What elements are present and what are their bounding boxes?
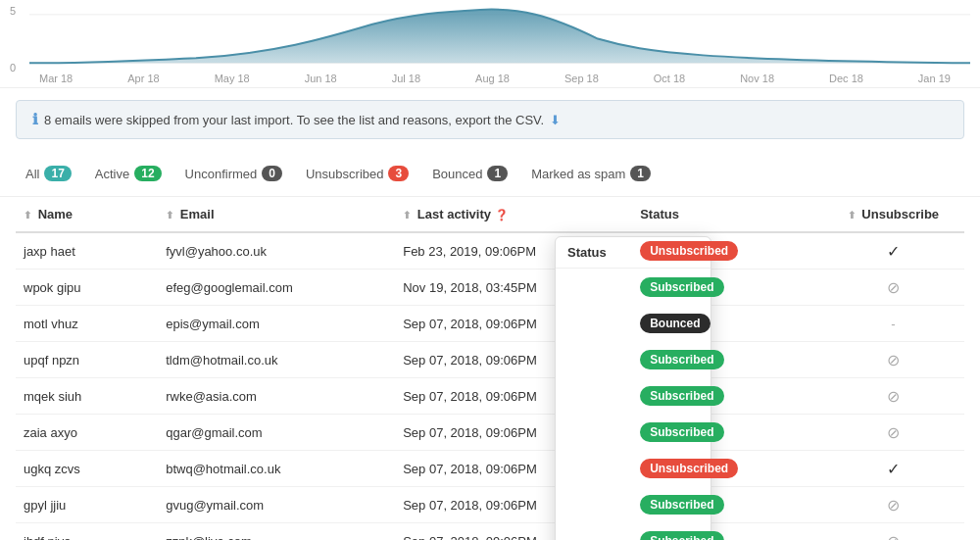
filter-unconfirmed-badge: 0 [262, 166, 282, 181]
filter-tab-active[interactable]: Active 12 [85, 161, 172, 186]
table-header-row: ⬆ Name ⬆ Email ⬆ Last activity ❓ Status … [16, 197, 964, 232]
filter-unsubscribed-badge: 3 [388, 166, 409, 181]
filter-tab-bounced[interactable]: Bounced 1 [422, 161, 517, 186]
col-header-status: Status [632, 197, 822, 232]
contacts-table: ⬆ Name ⬆ Email ⬆ Last activity ❓ Status … [16, 197, 964, 540]
col-header-activity[interactable]: ⬆ Last activity ❓ [395, 197, 632, 232]
sort-icon-email: ⬆ [166, 210, 173, 221]
cell-status-7: Subscribed [632, 487, 822, 523]
contacts-table-container: ⬆ Name ⬆ Email ⬆ Last activity ❓ Status … [0, 197, 980, 540]
cell-email-0: fyvl@yahoo.co.uk [158, 232, 395, 270]
cell-unsubscribe-5: ⊘ [822, 415, 964, 451]
x-label-jun: Jun 18 [305, 73, 337, 84]
x-label-apr: Apr 18 [127, 73, 159, 84]
cell-name-0: jaxp haet [16, 232, 158, 270]
status-badge-0: Unsubscribed [640, 241, 738, 261]
cell-email-3: tldm@hotmail.co.uk [158, 342, 395, 378]
cell-name-6: ugkq zcvs [16, 451, 158, 487]
chart-y-axis: 5 0 [10, 5, 16, 74]
filter-all-badge: 17 [44, 166, 71, 181]
cell-email-5: qgar@gmail.com [158, 415, 395, 451]
filter-tab-unsubscribed[interactable]: Unsubscribed 3 [296, 161, 418, 186]
cell-email-2: epis@ymail.com [158, 306, 395, 342]
activity-help-icon[interactable]: ❓ [495, 209, 509, 221]
cell-activity-2: Sep 07, 2018, 09:06PM [395, 306, 632, 342]
download-icon[interactable]: ⬇ [550, 113, 561, 127]
cell-status-6: Unsubscribed [632, 451, 822, 487]
cell-name-7: gpyl jjiu [16, 487, 158, 523]
info-icon: ℹ [32, 111, 38, 128]
cell-email-7: gvug@ymail.com [158, 487, 395, 523]
cell-status-2: Bounced [632, 306, 822, 342]
x-label-jan: Jan 19 [918, 73, 951, 84]
unsubscribe-value-7: ⊘ [887, 497, 900, 514]
y-label-bottom: 0 [10, 62, 16, 74]
filter-active-badge: 12 [134, 166, 161, 181]
filter-bounced-badge: 1 [487, 166, 508, 181]
col-header-unsubscribe[interactable]: ⬆ Unsubscribe [822, 197, 964, 232]
cell-unsubscribe-1: ⊘ [822, 270, 964, 306]
unsubscribe-value-6: ✓ [887, 461, 900, 477]
sort-icon-activity: ⬆ [403, 210, 411, 221]
sort-icon-name: ⬆ [24, 210, 31, 221]
cell-name-3: upqf npzn [16, 342, 158, 378]
table-row: gpyl jjiu gvug@ymail.com Sep 07, 2018, 0… [16, 487, 964, 523]
status-badge-3: Subscribed [640, 350, 723, 369]
filter-all-label: All [25, 167, 39, 181]
filter-tab-unconfirmed[interactable]: Unconfirmed 0 [175, 161, 292, 186]
status-badge-4: Subscribed [640, 386, 723, 406]
banner-text: 8 emails were skipped from your last imp… [44, 113, 544, 127]
cell-status-1: Subscribed [632, 270, 822, 306]
chart-area: 5 0 Mar 18 Apr 18 May 18 Jun 18 Jul 18 A… [0, 0, 980, 88]
unsubscribe-value-2: - [891, 317, 895, 331]
cell-name-2: motl vhuz [16, 306, 158, 342]
cell-activity-8: Sep 07, 2018, 09:06PM [395, 523, 632, 541]
cell-name-5: zaia axyo [16, 415, 158, 451]
filter-tab-spam[interactable]: Marked as spam 1 [521, 161, 661, 186]
cell-activity-3: Sep 07, 2018, 09:06PM [395, 342, 632, 378]
cell-email-4: rwke@asia.com [158, 378, 395, 415]
x-label-jul: Jul 18 [392, 73, 420, 84]
cell-status-0: Unsubscribed [632, 232, 822, 270]
table-row: zaia axyo qgar@gmail.com Sep 07, 2018, 0… [16, 415, 964, 451]
y-label-top: 5 [10, 5, 16, 17]
cell-activity-6: Sep 07, 2018, 09:06PM [395, 451, 632, 487]
table-row: ugkq zcvs btwq@hotmail.co.uk Sep 07, 201… [16, 451, 964, 487]
filter-unsubscribed-label: Unsubscribed [306, 167, 384, 181]
unsubscribe-value-3: ⊘ [887, 352, 900, 368]
table-body: jaxp haet fyvl@yahoo.co.uk Feb 23, 2019,… [16, 232, 964, 540]
filter-spam-label: Marked as spam [531, 167, 625, 181]
x-label-oct: Oct 18 [654, 73, 685, 84]
table-row: ibdf niva zznk@live.com Sep 07, 2018, 09… [16, 523, 964, 541]
cell-name-4: mqek siuh [16, 378, 158, 415]
filter-active-label: Active [95, 167, 129, 181]
cell-activity-5: Sep 07, 2018, 09:06PM [395, 415, 632, 451]
unsubscribe-value-0: ✓ [887, 243, 900, 260]
x-label-dec: Dec 18 [829, 73, 863, 84]
table-row: wpok gipu efeg@googlemail.com Nov 19, 20… [16, 270, 964, 306]
info-banner: ℹ 8 emails were skipped from your last i… [16, 100, 964, 139]
cell-status-3: Subscribed [632, 342, 822, 378]
sort-icon-unsubscribe: ⬆ [848, 210, 856, 221]
col-header-email[interactable]: ⬆ Email [158, 197, 395, 232]
cell-unsubscribe-7: ⊘ [822, 487, 964, 523]
status-badge-6: Unsubscribed [640, 459, 738, 478]
filter-spam-badge: 1 [630, 166, 651, 181]
cell-unsubscribe-6: ✓ [822, 451, 964, 487]
x-label-mar: Mar 18 [39, 73, 73, 84]
filter-tab-all[interactable]: All 17 [16, 161, 81, 186]
cell-activity-0: Feb 23, 2019, 09:06PM [395, 232, 632, 270]
status-badge-8: Subscribed [640, 531, 723, 540]
table-row: upqf npzn tldm@hotmail.co.uk Sep 07, 201… [16, 342, 964, 378]
cell-unsubscribe-4: ⊘ [822, 378, 964, 415]
cell-status-8: Subscribed [632, 523, 822, 541]
cell-unsubscribe-2: - [822, 306, 964, 342]
filter-tabs: All 17 Active 12 Unconfirmed 0 Unsubscri… [0, 151, 980, 197]
x-label-aug: Aug 18 [475, 73, 510, 84]
col-header-name[interactable]: ⬆ Name [16, 197, 158, 232]
table-row: motl vhuz epis@ymail.com Sep 07, 2018, 0… [16, 306, 964, 342]
filter-bounced-label: Bounced [432, 167, 482, 181]
chart-fill [29, 10, 970, 64]
status-badge-7: Subscribed [640, 495, 723, 515]
cell-email-1: efeg@googlemail.com [158, 270, 395, 306]
